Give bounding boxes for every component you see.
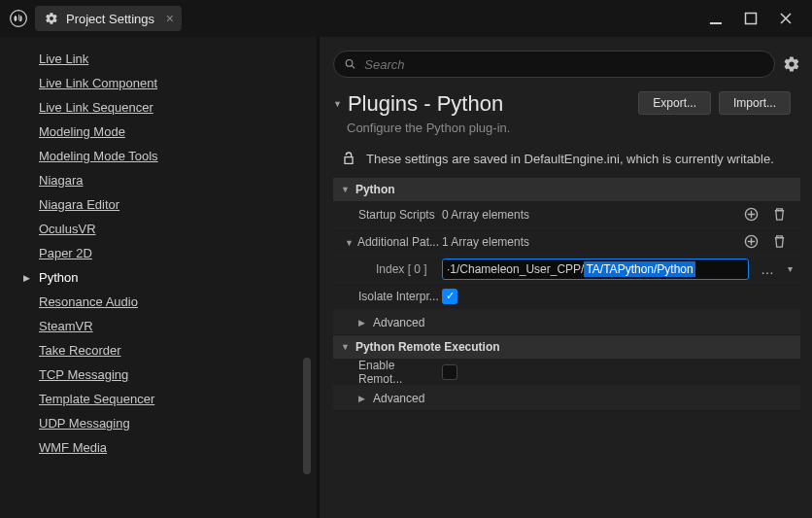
- settings-gear-icon[interactable]: [783, 55, 800, 73]
- enable-remote-checkbox[interactable]: [442, 364, 457, 380]
- sidebar-item-python[interactable]: Python: [8, 265, 317, 290]
- sidebar-item-template-sequencer[interactable]: Template Sequencer: [8, 387, 317, 411]
- sidebar-item-modeling-mode[interactable]: Modeling Mode: [8, 120, 317, 144]
- main-panel: ▼ Plugins - Python Export... Import... C…: [320, 37, 812, 518]
- sidebar-item-steamvr[interactable]: SteamVR: [8, 314, 317, 338]
- search-icon: [344, 57, 356, 71]
- close-icon[interactable]: ×: [166, 12, 174, 25]
- sidebar-item-resonance-audio[interactable]: Resonance Audio: [8, 290, 317, 314]
- row-advanced-python[interactable]: ▶ Advanced: [333, 310, 800, 335]
- sidebar-item-wmf-media[interactable]: WMF Media: [8, 435, 317, 460]
- row-enable-remote: Enable Remot...: [333, 359, 800, 386]
- section-collapse-icon[interactable]: ▼: [333, 99, 342, 109]
- sidebar-item-paper-2d[interactable]: Paper 2D: [8, 241, 317, 265]
- scrollbar[interactable]: [303, 358, 311, 474]
- save-notice: These settings are saved in DefaultEngin…: [366, 152, 774, 166]
- tab-title: Project Settings: [66, 12, 154, 26]
- isolate-checkbox[interactable]: ✓: [442, 289, 457, 304]
- sidebar-item-niagara[interactable]: Niagara: [8, 168, 317, 192]
- add-array-element-icon[interactable]: [744, 207, 759, 222]
- sidebar-item-live-link-component[interactable]: Live Link Component: [8, 71, 317, 95]
- path-input[interactable]: ·1/Chameleon_User_CPP/TA/TAPython/Python: [442, 259, 749, 280]
- clear-array-icon[interactable]: [772, 234, 787, 249]
- tab-project-settings[interactable]: Project Settings ×: [35, 6, 182, 31]
- row-path-index-0: Index [ 0 ] ·1/Chameleon_User_CPP/TA/TAP…: [333, 256, 800, 283]
- browse-icon[interactable]: …: [755, 261, 780, 277]
- row-startup-scripts: Startup Scripts 0 Array elements: [333, 201, 800, 228]
- row-isolate-interpreter: Isolate Interpr... ✓: [333, 283, 800, 310]
- settings-icon: [45, 12, 58, 25]
- sidebar-item-live-link[interactable]: Live Link: [8, 47, 317, 71]
- page-title: Plugins - Python: [348, 91, 503, 117]
- export-button[interactable]: Export...: [638, 91, 711, 115]
- sidebar-item-live-link-sequencer[interactable]: Live Link Sequencer: [8, 95, 317, 120]
- window-close[interactable]: [779, 12, 793, 25]
- row-advanced-remote[interactable]: ▶ Advanced: [333, 386, 800, 411]
- titlebar: Project Settings ×: [0, 0, 812, 37]
- sidebar-item-niagara-editor[interactable]: Niagara Editor: [8, 192, 317, 217]
- sidebar-item-take-recorder[interactable]: Take Recorder: [8, 338, 317, 363]
- search-box[interactable]: [333, 51, 775, 78]
- sidebar: Live LinkLive Link ComponentLive Link Se…: [0, 37, 317, 518]
- svg-point-3: [346, 60, 353, 67]
- window-maximize[interactable]: [744, 12, 758, 25]
- search-input[interactable]: [364, 57, 764, 72]
- sidebar-item-modeling-mode-tools[interactable]: Modeling Mode Tools: [8, 144, 317, 168]
- window-minimize[interactable]: [709, 12, 723, 25]
- row-additional-paths[interactable]: ▼Additional Pat... 1 Array elements: [333, 228, 800, 256]
- svg-rect-1: [710, 22, 722, 24]
- import-button[interactable]: Import...: [719, 91, 791, 115]
- sidebar-item-udp-messaging[interactable]: UDP Messaging: [8, 411, 317, 435]
- page-subtitle: Configure the Python plug-in.: [333, 121, 800, 135]
- group-python[interactable]: ▼ Python: [333, 178, 800, 201]
- svg-rect-2: [746, 14, 757, 24]
- add-array-element-icon[interactable]: [744, 234, 759, 249]
- sidebar-item-oculusvr[interactable]: OculusVR: [8, 217, 317, 241]
- group-python-remote[interactable]: ▼ Python Remote Execution: [333, 335, 800, 359]
- unreal-logo: [8, 8, 29, 29]
- sidebar-item-tcp-messaging[interactable]: TCP Messaging: [8, 363, 317, 387]
- clear-array-icon[interactable]: [772, 207, 787, 222]
- chevron-down-icon[interactable]: ▾: [780, 263, 800, 274]
- unlock-icon: [341, 151, 356, 166]
